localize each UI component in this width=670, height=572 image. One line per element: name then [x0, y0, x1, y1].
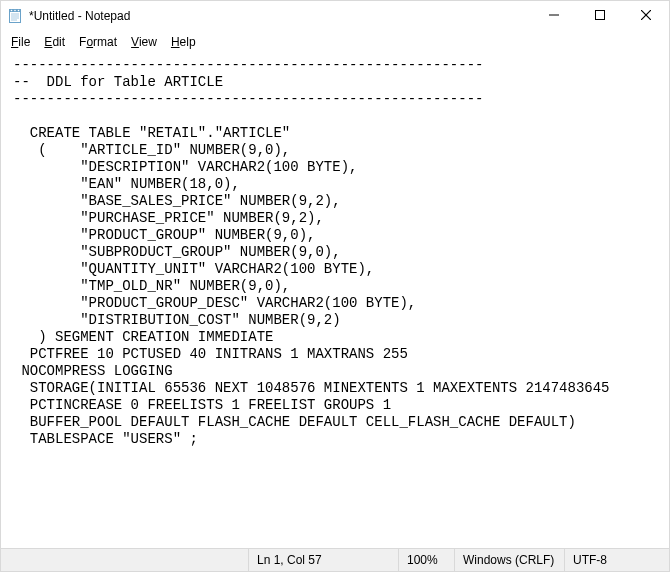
- minimize-button[interactable]: [531, 1, 577, 31]
- notepad-icon: [7, 8, 23, 24]
- maximize-button[interactable]: [577, 1, 623, 31]
- menu-edit[interactable]: Edit: [38, 33, 71, 51]
- menu-view-rest: iew: [139, 35, 157, 49]
- menu-view[interactable]: View: [125, 33, 163, 51]
- close-button[interactable]: [623, 1, 669, 31]
- svg-point-4: [18, 10, 20, 12]
- status-line-col: Ln 1, Col 57: [248, 549, 398, 571]
- menu-file[interactable]: File: [5, 33, 36, 51]
- svg-point-3: [14, 10, 16, 12]
- window-title: *Untitled - Notepad: [29, 9, 531, 23]
- status-encoding: UTF-8: [564, 549, 669, 571]
- notepad-window: *Untitled - Notepad: [0, 0, 670, 572]
- status-spacer: [1, 549, 248, 571]
- text-editor[interactable]: ----------------------------------------…: [1, 55, 669, 548]
- menu-file-rest: ile: [18, 35, 30, 49]
- status-eol: Windows (CRLF): [454, 549, 564, 571]
- title-bar[interactable]: *Untitled - Notepad: [1, 1, 669, 31]
- minimize-icon: [549, 9, 559, 23]
- window-controls: [531, 1, 669, 31]
- menu-help-rest: elp: [180, 35, 196, 49]
- menu-format[interactable]: Format: [73, 33, 123, 51]
- status-zoom: 100%: [398, 549, 454, 571]
- svg-rect-10: [596, 11, 605, 20]
- menu-edit-rest: dit: [52, 35, 65, 49]
- close-icon: [641, 9, 651, 23]
- maximize-icon: [595, 9, 605, 23]
- menu-format-rest: rmat: [93, 35, 117, 49]
- status-bar: Ln 1, Col 57 100% Windows (CRLF) UTF-8: [1, 548, 669, 571]
- menu-help[interactable]: Help: [165, 33, 202, 51]
- menu-bar: File Edit Format View Help: [1, 31, 669, 55]
- svg-point-2: [11, 10, 13, 12]
